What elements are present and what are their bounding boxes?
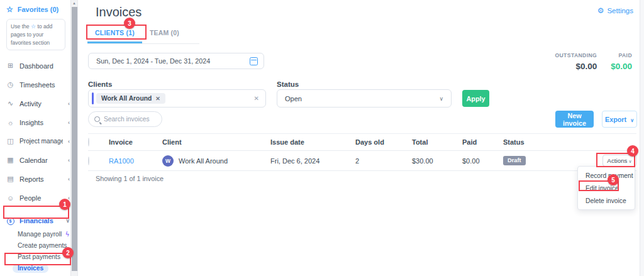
sidebar-subitem-past-payments[interactable]: Past payments — [0, 251, 77, 263]
actions-button[interactable]: Actions∨ — [602, 155, 636, 167]
favorites-label: Favorites (0) — [18, 6, 58, 13]
sidebar-subitem-create-payments[interactable]: Create payments — [0, 240, 77, 251]
menu-item-delete-invoice[interactable]: Delete invoice — [578, 194, 635, 207]
search-input[interactable] — [104, 116, 156, 123]
chevron-down-icon: ∨ — [439, 96, 443, 102]
menu-item-record-payment[interactable]: Record payment — [578, 169, 635, 182]
sidebar-item-calendar[interactable]: ▦ Calendar ‹ — [0, 151, 77, 170]
days-old-cell: 2 — [355, 157, 412, 165]
tab-team[interactable]: TEAM (0) — [142, 25, 187, 43]
dashboard-icon: ⊞ — [6, 62, 14, 70]
date-range-input[interactable]: Sun, Dec 1, 2024 - Tue, Dec 31, 2024 — [88, 53, 264, 69]
chevron-down-icon: ∨ — [629, 159, 632, 163]
lightbulb-icon: ☼ — [6, 119, 14, 126]
new-invoice-button[interactable]: New invoice — [555, 111, 594, 128]
export-button[interactable]: Export ∨ — [602, 111, 637, 128]
issue-date-cell: Fri, Dec 6, 2024 — [270, 157, 355, 165]
page-title: Invoices — [96, 5, 142, 19]
actions-label: Actions — [607, 157, 627, 164]
status-selected-value: Open — [285, 95, 302, 102]
star-icon: ☆ — [31, 23, 36, 30]
favorites-header[interactable]: ☆ Favorites (0) — [0, 0, 77, 16]
date-range-value: Sun, Dec 1, 2024 - Tue, Dec 31, 2024 — [96, 57, 250, 65]
chevron-down-icon: ∨ — [630, 118, 634, 123]
sidebar-item-reports[interactable]: ▤ Reports ‹ — [0, 170, 77, 189]
column-header-days-old: Days old — [355, 138, 412, 146]
sidebar-scrollbar[interactable]: ▲ — [70, 0, 77, 276]
tab-bar: CLIENTS (1) TEAM (0) — [87, 25, 199, 44]
menu-item-edit-invoice[interactable]: Edit invoice — [578, 182, 635, 194]
dollar-circle-icon: $ — [6, 216, 14, 225]
clients-multiselect[interactable]: Work All Around ✕ ✕ — [88, 89, 266, 108]
column-header-issue-date: Issue date — [270, 138, 355, 146]
paid-label: PAID — [611, 52, 632, 58]
scrollbar-thumb[interactable] — [72, 7, 77, 271]
search-box[interactable] — [88, 111, 162, 127]
table-row: RA1000 W Work All Around Fri, Dec 6, 202… — [88, 151, 636, 171]
calendar-icon[interactable] — [250, 57, 258, 65]
favorites-hint-text: Use the — [11, 23, 30, 30]
sidebar-item-label: Project management — [19, 138, 63, 145]
sidebar-item-label: Financials — [19, 217, 60, 224]
scroll-up-icon: ▲ — [72, 1, 76, 5]
export-label: Export — [605, 116, 626, 123]
sidebar-item-financials[interactable]: $ Financials ∨ — [0, 213, 77, 229]
sidebar-subitem-manage-payroll[interactable]: Manage payroll ϟ — [0, 229, 77, 240]
main-content: Invoices ⚙ Settings CLIENTS (1) TEAM (0)… — [79, 0, 640, 276]
sidebar-subitem-label: Past payments — [18, 253, 60, 260]
outstanding-value: $0.00 — [555, 62, 597, 71]
sidebar-item-label: Reports — [19, 175, 63, 183]
board-icon: ◫ — [6, 137, 14, 145]
outstanding-block: OUTSTANDING $0.00 — [555, 52, 597, 71]
paid-cell: $0.00 — [462, 157, 503, 165]
row-checkbox[interactable] — [88, 157, 89, 165]
calendar-icon: ▦ — [6, 156, 14, 164]
select-all-checkbox[interactable] — [88, 138, 89, 146]
page-scrollbar[interactable] — [640, 0, 644, 276]
invoice-link[interactable]: RA1000 — [109, 157, 162, 165]
status-filter-label: Status — [277, 80, 299, 88]
settings-link[interactable]: ⚙ Settings — [597, 6, 633, 15]
client-cell: W Work All Around — [162, 155, 270, 167]
sidebar-item-activity[interactable]: ∿ Activity ‹ — [0, 94, 77, 113]
column-header-invoice: Invoice — [109, 138, 162, 146]
actions-dropdown-menu: Record payment Edit invoice Delete invoi… — [577, 166, 635, 210]
sidebar-subitem-label: Invoices — [13, 264, 48, 273]
person-icon: ☺ — [6, 194, 14, 202]
sidebar-item-dashboard[interactable]: ⊞ Dashboard — [0, 57, 77, 75]
sidebar-subitem-label: Manage payroll — [18, 231, 62, 238]
client-avatar: W — [162, 155, 174, 167]
summary-totals: OUTSTANDING $0.00 PAID $0.00 — [555, 52, 632, 71]
clear-all-icon[interactable]: ✕ — [254, 95, 259, 102]
sidebar-item-label: Timesheets — [19, 81, 71, 89]
column-header-total: Total — [412, 138, 462, 146]
sidebar-subitem-invoices[interactable]: Invoices — [0, 263, 77, 274]
sidebar-item-timesheets[interactable]: ◷ Timesheets — [0, 75, 77, 94]
apply-button[interactable]: Apply — [462, 90, 489, 107]
remove-tag-icon[interactable]: ✕ — [155, 96, 160, 102]
total-cell: $30.00 — [412, 157, 462, 165]
tag-group-accent — [92, 92, 94, 104]
client-name: Work All Around — [179, 157, 228, 165]
sidebar-item-insights[interactable]: ☼ Insights ‹ — [0, 113, 77, 132]
sidebar-item-people[interactable]: ☺ People ‹ — [0, 189, 77, 207]
client-tag[interactable]: Work All Around ✕ — [96, 93, 165, 104]
client-tag-label: Work All Around — [101, 95, 152, 102]
sidebar-subitem-label: Create payments — [18, 242, 67, 249]
star-icon: ☆ — [6, 5, 13, 14]
settings-label: Settings — [607, 7, 633, 14]
sidebar-item-label: Activity — [19, 100, 63, 108]
sidebar-item-project-management[interactable]: ◫ Project management ‹ — [0, 132, 77, 151]
sidebar-item-label: Insights — [19, 119, 63, 126]
invoices-table: Invoice Client Issue date Days old Total… — [88, 133, 636, 171]
status-select[interactable]: Open ∨ — [277, 89, 452, 108]
table-header-row: Invoice Client Issue date Days old Total… — [88, 133, 636, 151]
lightning-icon: ϟ — [65, 231, 69, 238]
sidebar-item-label: Calendar — [19, 157, 63, 164]
column-header-status: Status — [503, 138, 569, 146]
tab-clients[interactable]: CLIENTS (1) — [87, 25, 142, 43]
clock-icon: ◷ — [6, 80, 14, 89]
sidebar-item-label: Dashboard — [19, 62, 71, 70]
app-window: ☆ Favorites (0) Use the ☆ to add pages t… — [0, 0, 644, 276]
paid-block: PAID $0.00 — [611, 52, 632, 71]
